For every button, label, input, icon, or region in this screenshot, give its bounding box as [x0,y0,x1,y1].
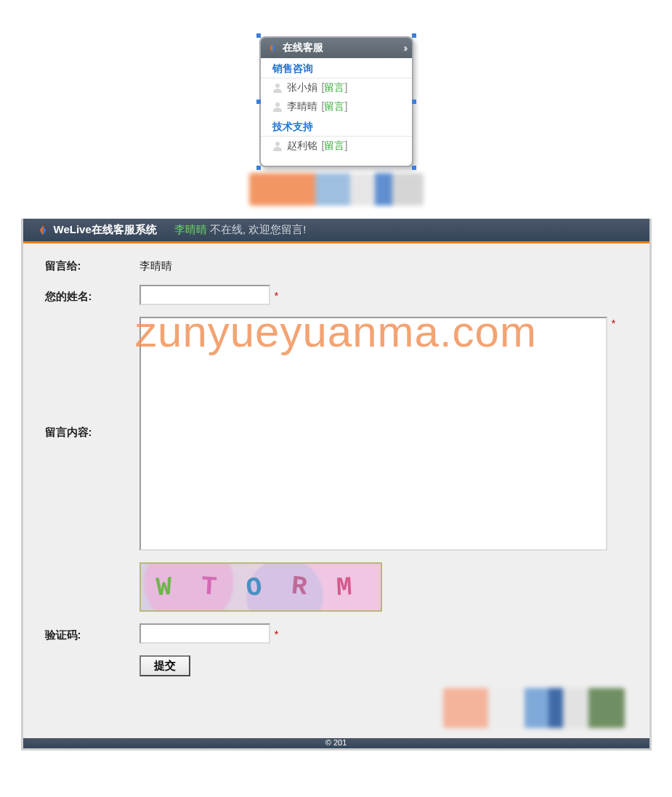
svg-point-1 [275,102,280,107]
panel-brand: WeLive在线客服系统 [36,223,157,237]
name-input[interactable] [139,285,270,305]
agent-row-cutoff [261,155,412,166]
collapse-icon[interactable]: ›› [403,42,405,54]
captcha-image[interactable]: WTORM [139,562,382,612]
cs-widget: 在线客服 ›› 销售咨询 张小娟 [留言] 李晴晴 [留言] 技术支持 赵利铭 … [259,36,413,167]
label-captcha: 验证码: [45,626,139,642]
label-spacer [45,655,139,658]
agent-name: 张小娟 [287,81,317,94]
svg-point-0 [275,84,280,88]
person-icon [272,141,283,151]
cs-widget-title-bar: 在线客服 ›› [261,38,412,58]
svg-point-2 [275,142,280,146]
footer-strip: © 201 [23,738,649,748]
agent-name: 赵利铭 [287,139,317,153]
selection-handle [412,100,416,104]
agent-msg-bracket: [留言] [322,100,348,113]
header-agent-name: 李晴晴 [174,223,207,235]
panel-header: WeLive在线客服系统 李晴晴 不在线, 欢迎您留言! [23,219,649,243]
label-spacer [45,562,139,565]
selection-handle [256,33,261,38]
selection-handle [412,166,416,170]
row-to: 留言给: 李晴晴 [45,256,628,273]
person-icon [272,102,283,112]
cs-widget-wrap: 在线客服 ›› 销售咨询 张小娟 [留言] 李晴晴 [留言] 技术支持 赵利铭 … [259,36,413,167]
row-submit: 提交 [45,655,628,676]
pixel-smudge [443,688,625,728]
label-name: 您的姓名: [45,287,139,304]
leave-message-link[interactable]: 留言 [324,100,344,112]
value-to: 李晴晴 [139,256,172,273]
required-mark: * [612,317,616,329]
brand-text: WeLive在线客服系统 [54,223,157,237]
row-captcha-img: WTORM [45,562,628,612]
agent-name: 李晴晴 [287,100,317,113]
submit-button[interactable]: 提交 [139,655,190,676]
category-header-sales: 销售咨询 [261,58,412,78]
agent-msg-bracket: [留言] [322,139,348,153]
butterfly-logo-icon [36,224,49,237]
message-panel: WeLive在线客服系统 李晴晴 不在线, 欢迎您留言! 留言给: 李晴晴 您的… [21,219,652,751]
category-header-tech: 技术支持 [261,116,412,137]
form-area: 留言给: 李晴晴 您的姓名: * 留言内容: * WTORM 验证码: * 提交 [23,243,649,738]
leave-message-link[interactable]: 留言 [324,139,344,151]
leave-message-link[interactable]: 留言 [324,81,344,93]
header-status-text: 不在线, 欢迎您留言! [210,223,307,235]
label-to: 留言给: [45,256,139,273]
required-mark: * [275,628,279,640]
captcha-input[interactable] [139,623,270,644]
selection-handle [256,166,261,170]
agent-row[interactable]: 李晴晴 [留言] [261,97,412,116]
agent-msg-bracket: [留言] [322,81,348,94]
agent-row[interactable]: 赵利铭 [留言] [261,137,412,155]
cs-widget-title: 在线客服 [283,41,323,54]
row-content: 留言内容: * [45,317,628,551]
selection-handle [256,100,261,104]
row-captcha: 验证码: * [45,623,628,644]
selection-handle [412,33,416,38]
label-content: 留言内容: [45,317,139,440]
row-name: 您的姓名: * [45,285,628,305]
content-textarea[interactable] [139,317,607,551]
agent-row[interactable]: 张小娟 [留言] [261,78,412,97]
pixel-smudge [249,173,424,206]
person-icon [272,83,283,93]
required-mark: * [275,289,279,302]
butterfly-logo-icon [267,42,278,54]
